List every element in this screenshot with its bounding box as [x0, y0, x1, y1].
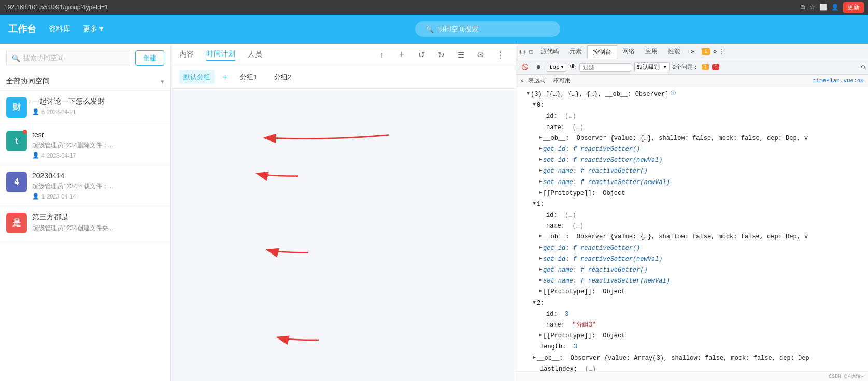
expand-icon[interactable]: ▼: [533, 299, 536, 307]
console-line[interactable]: ▼ (3) [{…}, {…}, {…}, __ob__: Observer] …: [516, 89, 868, 100]
header-search-box[interactable]: 🔍 协同空间搜索: [415, 21, 560, 37]
filter-chevron-icon[interactable]: ▾: [161, 78, 164, 86]
console-line[interactable]: ▼ 0:: [516, 100, 868, 111]
group-tab-1[interactable]: 分组1: [236, 70, 261, 84]
app-title[interactable]: 工作台: [8, 23, 36, 35]
expand-icon[interactable]: ▼: [533, 101, 536, 109]
space-item[interactable]: t test 超级管理员1234删除文件：... 👤 4 2023-04-17: [0, 124, 170, 165]
info-icon[interactable]: ⓘ: [671, 90, 676, 98]
devtools-tab-performance[interactable]: 性能: [663, 45, 686, 58]
browser-icon-star[interactable]: ☆: [809, 4, 815, 11]
top-chevron-icon: ▾: [561, 64, 564, 70]
browser-icon-window[interactable]: ⬜: [819, 4, 827, 11]
console-line[interactable]: ▶ [[Prototype]]: Object: [516, 188, 868, 199]
expand-icon[interactable]: ▶: [539, 189, 542, 197]
browser-icon-copy[interactable]: ⧉: [801, 4, 805, 11]
expand-icon[interactable]: ▶: [539, 287, 542, 295]
tab-members[interactable]: 人员: [248, 50, 262, 60]
console-line[interactable]: ▶ set name: f reactiveSetter(newVal): [516, 177, 868, 188]
expand-icon[interactable]: ▼: [527, 90, 530, 98]
eye-icon[interactable]: 👁: [570, 63, 576, 71]
expand-icon[interactable]: ▶: [539, 265, 542, 274]
expression-close-btn[interactable]: ✕: [520, 77, 524, 84]
console-line[interactable]: id: (…): [516, 210, 868, 221]
create-button[interactable]: 创建: [135, 50, 164, 66]
upload-icon[interactable]: ↑: [375, 48, 389, 62]
console-line[interactable]: id: 3: [516, 309, 868, 320]
expand-icon[interactable]: ▶: [539, 232, 542, 241]
unread-badge: [23, 130, 27, 134]
expand-icon[interactable]: ▶: [533, 354, 536, 362]
record-btn[interactable]: ⏺: [534, 63, 544, 72]
group-tab-2[interactable]: 分组2: [270, 70, 295, 84]
console-filter-input[interactable]: [579, 63, 631, 72]
console-line[interactable]: ▼ 2:: [516, 298, 868, 309]
warn-badge: 1: [702, 64, 709, 70]
refresh-icon[interactable]: ↻: [434, 48, 448, 62]
space-item[interactable]: 4 20230414 超级管理员1234下载文件：... 👤 1 2023-04…: [0, 165, 170, 206]
console-line[interactable]: ▼ 1:: [516, 199, 868, 210]
expand-icon[interactable]: ▼: [533, 200, 536, 208]
console-line[interactable]: ▶ get id: f reactiveGetter(): [516, 243, 868, 254]
level-dropdown[interactable]: 默认级别 ▾: [634, 62, 669, 72]
console-line[interactable]: ▶ [[Prototype]]: Object: [516, 287, 868, 298]
expand-icon[interactable]: ▶: [539, 276, 542, 285]
console-line[interactable]: id: (…): [516, 111, 868, 122]
expand-icon[interactable]: ▶: [539, 178, 542, 186]
add-icon[interactable]: +: [394, 48, 409, 62]
rotate-icon[interactable]: ↺: [414, 48, 429, 62]
top-context-dropdown[interactable]: top ▾: [547, 63, 566, 72]
console-line[interactable]: ▶ [[Prototype]]: Object: [516, 331, 868, 342]
sidebar-filter-label: 全部协同空间: [6, 77, 50, 86]
expand-icon[interactable]: ▶: [539, 134, 542, 142]
expand-icon[interactable]: ▶: [539, 166, 542, 175]
console-line[interactable]: name: "分组3": [516, 320, 868, 331]
file-ref-link[interactable]: timePlan.vue:49: [813, 78, 864, 84]
console-line[interactable]: ▶ __ob__: Observer {value: {…}, shallow:…: [516, 232, 868, 243]
more-icon[interactable]: ⋮: [493, 48, 507, 62]
sidebar-search-box[interactable]: 🔍 搜索协同空间: [6, 50, 131, 66]
devtools-tab-application[interactable]: 应用: [640, 45, 663, 58]
devtools-tab-console[interactable]: 控制台: [587, 45, 617, 59]
devtools-tab-more[interactable]: »: [686, 46, 700, 58]
console-line[interactable]: name: (…): [516, 122, 868, 133]
console-line[interactable]: ▶ set id: f reactiveSetter(newVal): [516, 155, 868, 166]
group-tab-default[interactable]: 默认分组: [179, 70, 215, 84]
browser-icon-user[interactable]: 👤: [831, 4, 839, 11]
devtools-tab-elements[interactable]: 元素: [564, 45, 587, 58]
nav-item-library[interactable]: 资料库: [49, 24, 70, 34]
list-icon[interactable]: ☰: [453, 48, 468, 62]
console-line[interactable]: ▶ __ob__: Observer {value: {…}, shallow:…: [516, 133, 868, 144]
expand-icon[interactable]: ▶: [539, 244, 542, 252]
tab-timeplan[interactable]: 时间计划: [206, 49, 235, 61]
console-line[interactable]: name: (…): [516, 221, 868, 232]
devtools-tab-network[interactable]: 网络: [617, 45, 640, 58]
group-add-icon[interactable]: +: [223, 73, 227, 82]
expand-icon[interactable]: ▶: [539, 156, 542, 164]
devtools-settings-icon[interactable]: ⚙: [713, 48, 717, 55]
expand-icon[interactable]: ▶: [539, 145, 542, 153]
devtools-inspect-btn[interactable]: ⬚: [518, 46, 527, 57]
clear-console-btn[interactable]: 🚫: [519, 63, 531, 72]
expand-icon[interactable]: ▶: [539, 331, 542, 340]
devtools-mobile-btn[interactable]: ☐: [527, 46, 535, 57]
console-line[interactable]: ▶ __ob__: Observer {value: Array(3), sha…: [516, 353, 868, 364]
console-line[interactable]: length: 3: [516, 342, 868, 352]
space-item[interactable]: 是 第三方都是 超级管理员1234创建文件夹...: [0, 206, 170, 242]
expand-icon[interactable]: ▶: [539, 255, 542, 263]
console-line[interactable]: ▶ set id: f reactiveSetter(newVal): [516, 254, 868, 265]
nav-item-more[interactable]: 更多 ▾: [83, 24, 103, 34]
console-line[interactable]: ▶ get name: f reactiveGetter(): [516, 265, 868, 276]
devtools-more-icon[interactable]: ⋮: [719, 48, 725, 55]
browser-update-btn[interactable]: 更新: [843, 2, 864, 13]
space-item[interactable]: 财 一起讨论一下怎么发财 👤 6 2023-04-21: [0, 91, 170, 124]
console-line[interactable]: ▶ get name: f reactiveGetter(): [516, 166, 868, 177]
devtools-console-body[interactable]: ▼ (3) [{…}, {…}, {…}, __ob__: Observer] …: [516, 87, 868, 371]
mail-icon[interactable]: ✉: [473, 48, 488, 62]
tab-content[interactable]: 内容: [179, 50, 194, 60]
settings-gear-icon[interactable]: ⚙: [861, 63, 865, 71]
console-line[interactable]: ▶ set name: f reactiveSetter(newVal): [516, 276, 868, 287]
console-line[interactable]: lastIndex: (…): [516, 364, 868, 371]
devtools-tab-source[interactable]: 源代码: [535, 45, 564, 58]
console-line[interactable]: ▶ get id: f reactiveGetter(): [516, 144, 868, 155]
